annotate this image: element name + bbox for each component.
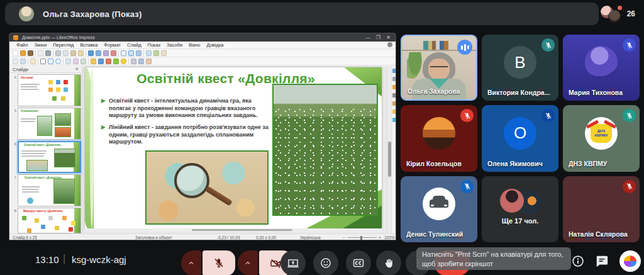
window-title-bar[interactable]: Довкілля.pptx — LibreOffice Impress — ❐ … xyxy=(9,33,396,42)
copy-icon[interactable] xyxy=(63,50,69,56)
status-bar: Слайд 6 з 25 Заголовок и объект -0,23 / … xyxy=(9,233,396,240)
status-language[interactable]: Українська xyxy=(300,235,321,240)
export-pdf-icon[interactable] xyxy=(38,50,43,56)
redo-icon[interactable] xyxy=(96,50,101,56)
navigator-icon[interactable] xyxy=(392,118,397,122)
horizontal-scrollbar[interactable] xyxy=(85,228,382,232)
panel-close-icon[interactable]: ✕ xyxy=(75,67,79,72)
activities-button[interactable] xyxy=(619,250,641,272)
transitions-icon[interactable] xyxy=(392,77,397,81)
slide-thumbnail-4[interactable]: 4 Еко-акції xyxy=(11,74,81,106)
slide-thumbnail-5[interactable]: 5 Озеленення xyxy=(11,108,81,140)
map-magnifier-photo[interactable] xyxy=(145,150,269,225)
captions-button[interactable] xyxy=(346,250,371,275)
screenshot-tooltip: Натисніть "Prnt Scrn" на клавіатурі для … xyxy=(416,247,571,270)
cut-icon[interactable] xyxy=(55,50,61,56)
menu-view[interactable]: Перегляд xyxy=(50,42,77,48)
styles-icon[interactable] xyxy=(392,101,397,106)
meadow-photo[interactable] xyxy=(272,84,378,216)
align-icon[interactable] xyxy=(138,59,144,64)
menu-slide[interactable]: Слайд xyxy=(124,42,145,48)
connector-icon[interactable] xyxy=(80,59,86,64)
mic-options-chevron-icon[interactable] xyxy=(181,250,201,275)
vertical-scrollbar[interactable] xyxy=(387,66,391,233)
stars-icon[interactable] xyxy=(121,59,126,64)
video-tile-natalia[interactable]: Наталія Склярова xyxy=(563,176,640,242)
menu-file[interactable]: Файл xyxy=(13,42,31,48)
undo-icon[interactable] xyxy=(88,50,94,56)
line-icon[interactable] xyxy=(40,59,46,64)
zoom-slider[interactable] xyxy=(348,237,377,238)
video-tile-viktoria[interactable]: B Виктория Кондра... xyxy=(482,35,558,101)
arrow-icon[interactable] xyxy=(65,59,71,64)
video-tile-olga[interactable]: Ольга Захарова xyxy=(401,35,477,101)
slide-thumbnail-8[interactable]: 8 Маршрут квесту «Довкілля» xyxy=(11,208,81,233)
chat-button[interactable] xyxy=(595,254,609,268)
animation-icon[interactable] xyxy=(392,85,397,89)
mic-off-button[interactable] xyxy=(203,250,235,275)
properties-icon[interactable] xyxy=(392,69,397,73)
select-icon[interactable] xyxy=(13,59,18,64)
curve-icon[interactable] xyxy=(73,59,79,64)
slide-canvas[interactable]: Освітній квест «Довкілля» Освітній квест… xyxy=(85,67,382,228)
status-zoom-level[interactable]: 100% xyxy=(384,235,395,240)
raise-hand-button[interactable] xyxy=(376,250,401,275)
reactions-button[interactable] xyxy=(313,250,338,275)
minimize-icon[interactable]: — xyxy=(365,34,370,41)
slide-thumbnail-7[interactable]: 7 Освітній квест «Довкілля» xyxy=(11,174,81,206)
account-icon[interactable] xyxy=(387,42,392,47)
video-tile-denis[interactable]: Денис Тулинский xyxy=(401,176,477,242)
close-icon[interactable]: ✕ xyxy=(386,34,391,41)
rotate-icon[interactable] xyxy=(131,59,136,64)
menu-edit[interactable]: Зміни xyxy=(31,42,50,48)
open-icon[interactable] xyxy=(20,50,26,56)
rectangle-icon[interactable] xyxy=(48,59,53,64)
camera-options-chevron-icon[interactable] xyxy=(238,250,258,275)
video-tile-more-participants[interactable]: Ще 17 чол. xyxy=(482,176,558,242)
clone-formatting-icon[interactable] xyxy=(78,50,84,56)
meeting-details-button[interactable] xyxy=(571,254,585,268)
menu-window[interactable]: Вікно xyxy=(186,42,203,48)
start-slideshow-icon[interactable] xyxy=(136,50,142,56)
insert-chart-icon[interactable] xyxy=(161,50,167,56)
menu-insert[interactable]: Вставка xyxy=(77,42,101,48)
insert-table-icon[interactable] xyxy=(146,50,152,56)
slide-body-text[interactable]: Освітній квест - інтелектуальна динамічн… xyxy=(101,98,270,150)
slide-thumbnail-6-selected[interactable]: 6 Освітній квест «Довкілля» xyxy=(11,141,81,173)
video-tile-olena[interactable]: O Олена Якимович xyxy=(482,105,558,171)
zoom-in-icon[interactable]: + xyxy=(379,235,381,240)
print-icon[interactable] xyxy=(45,50,51,56)
find-replace-icon[interactable] xyxy=(103,50,109,56)
menu-help[interactable]: Довідка xyxy=(204,42,227,48)
video-tile-dnz[interactable]: ДНЗ КВПМУ ДНЗ КВПМУ xyxy=(563,105,640,171)
present-button[interactable] xyxy=(280,250,306,275)
text-box-icon[interactable] xyxy=(30,59,36,64)
video-tile-maria[interactable]: Мария Тихонова xyxy=(563,35,640,101)
block-arrows-icon[interactable] xyxy=(106,59,111,64)
dnz-logo: ДНЗ КВПМУ xyxy=(591,124,612,143)
restore-icon[interactable]: ❐ xyxy=(376,34,380,41)
basic-shapes-icon[interactable] xyxy=(91,59,96,64)
menu-slideshow[interactable]: Показ xyxy=(145,42,164,48)
video-tile-kiril[interactable]: Кірил Козельцов xyxy=(401,105,477,171)
spelling-icon[interactable] xyxy=(111,50,116,56)
participants-badge[interactable]: 26 xyxy=(601,4,635,24)
ellipse-icon[interactable] xyxy=(55,59,61,64)
symbol-shapes-icon[interactable] xyxy=(98,59,104,64)
insert-image-icon[interactable] xyxy=(153,50,159,56)
display-grid-icon[interactable] xyxy=(121,50,126,56)
menu-tools[interactable]: Засоби xyxy=(164,42,186,48)
new-document-icon[interactable] xyxy=(13,50,18,56)
save-icon[interactable] xyxy=(28,50,33,56)
display-views-icon[interactable] xyxy=(128,50,134,56)
paste-icon[interactable] xyxy=(70,50,76,56)
shadow-icon[interactable] xyxy=(146,59,152,64)
master-slides-icon[interactable] xyxy=(392,93,397,98)
menu-format[interactable]: Формат xyxy=(101,42,124,48)
gallery-icon[interactable] xyxy=(392,109,397,114)
drawing-toolbar xyxy=(9,58,396,65)
overflow-avatars xyxy=(500,189,540,214)
zoom-out-icon[interactable]: − xyxy=(343,235,345,240)
flowchart-icon[interactable] xyxy=(113,59,119,64)
zoom-icon[interactable] xyxy=(20,59,26,64)
